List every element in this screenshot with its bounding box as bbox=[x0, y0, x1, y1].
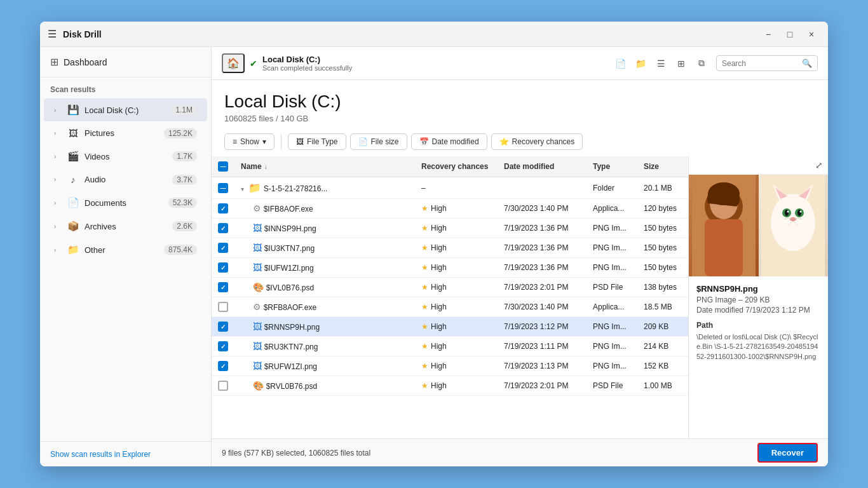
search-icon: 🔍 bbox=[802, 58, 812, 68]
minimize-button[interactable]: − bbox=[759, 25, 777, 43]
table-row[interactable]: ⚙ $RFB8AOF.exe ★High 7/30/2023 1:40 PM A… bbox=[212, 297, 688, 317]
view-list-button[interactable]: ☰ bbox=[651, 54, 670, 73]
show-filter-button[interactable]: ≡ Show ▾ bbox=[224, 133, 275, 150]
nav-bar: 🏠 ✔ Local Disk (C:) Scan completed succe… bbox=[212, 47, 828, 80]
recovery-chances-filter-button[interactable]: ⭐ Recovery chances bbox=[491, 133, 583, 150]
star-icon: ★ bbox=[421, 283, 428, 292]
table-row[interactable]: 🖼 $IUFW1ZI.png ★High 7/19/2023 1:36 PM P… bbox=[212, 258, 688, 278]
app-title: Disk Drill bbox=[63, 29, 759, 39]
row-type: PNG Im... bbox=[587, 337, 637, 356]
row-checkbox-cell[interactable] bbox=[212, 376, 234, 396]
view-grid-button[interactable]: ⊞ bbox=[672, 54, 691, 73]
row-size: 152 KB bbox=[637, 356, 688, 376]
item-name: Other bbox=[85, 245, 159, 255]
row-filename: $IFB8AOF.exe bbox=[264, 205, 313, 214]
row-checkbox-cell[interactable] bbox=[212, 258, 234, 278]
row-checkbox[interactable] bbox=[218, 282, 228, 292]
header-check[interactable] bbox=[212, 156, 234, 177]
view-folder-button[interactable]: 📁 bbox=[631, 54, 650, 73]
header-recovery[interactable]: Recovery chances bbox=[415, 156, 498, 177]
page-subtitle: 1060825 files / 140 GB bbox=[224, 114, 815, 123]
show-in-explorer-button[interactable]: Show scan results in Explorer bbox=[50, 450, 151, 459]
table-row[interactable]: 🖼 $IU3KTN7.png ★High 7/19/2023 1:36 PM P… bbox=[212, 238, 688, 258]
show-filter-label: Show bbox=[240, 137, 259, 146]
row-checkbox[interactable] bbox=[218, 322, 228, 332]
row-checkbox[interactable] bbox=[218, 262, 228, 273]
row-checkbox-cell[interactable] bbox=[212, 278, 234, 297]
header-type[interactable]: Type bbox=[587, 156, 637, 177]
search-box[interactable]: 🔍 bbox=[716, 55, 818, 71]
psd-icon: 🎨 bbox=[253, 282, 264, 292]
png-icon: 🖼 bbox=[253, 262, 262, 273]
row-checkbox-cell[interactable] bbox=[212, 199, 234, 219]
row-checkbox[interactable] bbox=[218, 361, 228, 371]
sidebar-item-archives[interactable]: › 📦 Archives 2.6K bbox=[44, 215, 207, 238]
view-split-button[interactable]: ⧉ bbox=[692, 54, 711, 73]
recover-button[interactable]: Recover bbox=[757, 443, 818, 463]
table-row[interactable]: 🎨 $RVL0B76.psd ★High 7/19/2023 2:01 PM P… bbox=[212, 376, 688, 396]
table-row[interactable]: 🖼 $INNSP9H.png ★High 7/19/2023 1:36 PM P… bbox=[212, 219, 688, 238]
close-button[interactable]: × bbox=[803, 25, 820, 43]
sidebar-item-pictures[interactable]: › 🖼 Pictures 125.2K bbox=[44, 122, 207, 144]
view-document-button[interactable]: 📄 bbox=[611, 54, 630, 73]
row-date: 7/19/2023 2:01 PM bbox=[498, 376, 587, 396]
table-row[interactable]: 🎨 $IVL0B76.psd ★High 7/19/2023 2:01 PM P… bbox=[212, 278, 688, 297]
row-checkbox[interactable] bbox=[218, 183, 228, 193]
filter-bar: ≡ Show ▾ 🖼 File Type 📄 File size 📅 Date … bbox=[212, 130, 828, 156]
app-body: ⊞ Dashboard Scan results › 💾 Local Disk … bbox=[40, 47, 828, 466]
sidebar-item-videos[interactable]: › 🎬 Videos 1.7K bbox=[44, 145, 207, 168]
table-row[interactable]: 🖼 $RUFW1ZI.png ★High 7/19/2023 1:13 PM P… bbox=[212, 356, 688, 376]
row-checkbox-cell[interactable] bbox=[212, 317, 234, 337]
row-checkbox[interactable] bbox=[218, 302, 228, 312]
row-checkbox-cell[interactable] bbox=[212, 238, 234, 258]
table-row[interactable]: 🖼 $RNNSP9H.png ★High 7/19/2023 1:12 PM P… bbox=[212, 317, 688, 337]
table-row[interactable]: 🖼 $RU3KTN7.png ★High 7/19/2023 1:11 PM P… bbox=[212, 337, 688, 356]
row-date: 7/19/2023 1:13 PM bbox=[498, 356, 587, 376]
row-type: Folder bbox=[587, 177, 637, 199]
header-size[interactable]: Size bbox=[637, 156, 688, 177]
recovery-value: High bbox=[431, 224, 447, 233]
sidebar-item-local-disk[interactable]: › 💾 Local Disk (C:) 1.1M bbox=[44, 98, 207, 121]
hamburger-icon[interactable]: ☰ bbox=[48, 28, 57, 40]
row-name-cell: 🖼 $RU3KTN7.png bbox=[234, 337, 415, 356]
date-modified-label: Date modified bbox=[432, 137, 479, 146]
preview-img-left bbox=[689, 175, 759, 276]
header-date[interactable]: Date modified bbox=[498, 156, 587, 177]
recovery-cell: ★High bbox=[415, 297, 498, 317]
recovery-value: High bbox=[431, 283, 447, 292]
table-row[interactable]: ▾ 📁 S-1-5-21-278216... – Folder 20.1 MB bbox=[212, 177, 688, 199]
preview-expand-button[interactable]: ⤢ bbox=[815, 160, 823, 170]
table-row[interactable]: ⚙ $IFB8AOF.exe ★High 7/30/2023 1:40 PM A… bbox=[212, 199, 688, 219]
row-checkbox-cell[interactable] bbox=[212, 356, 234, 376]
header-checkbox[interactable] bbox=[218, 161, 228, 172]
file-type-filter-button[interactable]: 🖼 File Type bbox=[288, 133, 346, 150]
svg-point-17 bbox=[800, 211, 802, 213]
row-checkbox-cell[interactable] bbox=[212, 337, 234, 356]
preview-image bbox=[689, 175, 828, 276]
expand-icon[interactable]: ▾ bbox=[241, 186, 244, 193]
row-checkbox-cell[interactable] bbox=[212, 177, 234, 199]
row-checkbox[interactable] bbox=[218, 243, 228, 253]
preview-panel: ⤢ bbox=[688, 156, 828, 438]
row-checkbox[interactable] bbox=[218, 341, 228, 351]
row-checkbox[interactable] bbox=[218, 381, 228, 391]
sidebar-item-documents[interactable]: › 📄 Documents 52.3K bbox=[44, 191, 207, 214]
sidebar-item-other[interactable]: › 📁 Other 875.4K bbox=[44, 238, 207, 261]
sidebar-dashboard[interactable]: ⊞ Dashboard bbox=[40, 47, 211, 78]
row-checkbox-cell[interactable] bbox=[212, 297, 234, 317]
row-checkbox[interactable] bbox=[218, 203, 228, 214]
item-icon: 🖼 bbox=[67, 128, 79, 139]
date-modified-filter-button[interactable]: 📅 Date modified bbox=[411, 133, 487, 150]
row-checkbox-cell[interactable] bbox=[212, 219, 234, 238]
table-container[interactable]: Name ↓ Recovery chances Date modified Ty… bbox=[212, 156, 688, 438]
preview-img-right bbox=[759, 175, 829, 276]
header-name[interactable]: Name ↓ bbox=[234, 156, 415, 177]
recovery-cell: ★High bbox=[415, 376, 498, 396]
search-input[interactable] bbox=[722, 59, 798, 68]
file-size-filter-button[interactable]: 📄 File size bbox=[350, 133, 407, 150]
maximize-button[interactable]: □ bbox=[781, 25, 799, 43]
row-filename: $INNSP9H.png bbox=[264, 224, 316, 233]
home-button[interactable]: 🏠 bbox=[222, 53, 245, 73]
sidebar-item-audio[interactable]: › ♪ Audio 3.7K bbox=[44, 168, 207, 191]
row-checkbox[interactable] bbox=[218, 223, 228, 233]
